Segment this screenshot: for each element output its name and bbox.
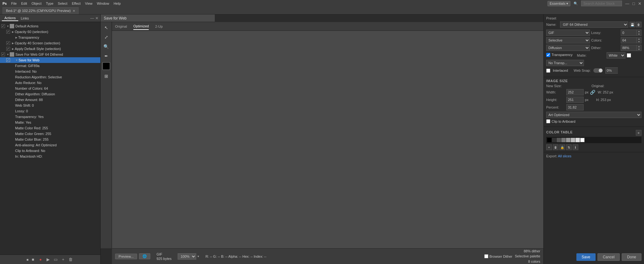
action-checkbox[interactable] bbox=[6, 58, 10, 62]
list-item[interactable]: Dither Amount: 88 bbox=[0, 97, 100, 103]
menu-help[interactable]: Help bbox=[114, 2, 121, 5]
expand-icon[interactable]: ▶ bbox=[11, 47, 15, 51]
expand-icon[interactable]: ▶ bbox=[11, 41, 15, 45]
action-checkbox[interactable] bbox=[6, 47, 10, 51]
colors-up[interactable]: ▲ bbox=[637, 37, 641, 40]
tab-optimized[interactable]: Optimized bbox=[133, 23, 149, 30]
color-swatch[interactable] bbox=[566, 138, 570, 142]
list-item[interactable]: Clip to Artboard: No bbox=[0, 148, 100, 154]
zoom-tool[interactable]: 🔍 bbox=[102, 42, 111, 51]
transparency-checkbox[interactable] bbox=[546, 53, 550, 57]
menu-select[interactable]: Select bbox=[58, 2, 68, 5]
list-item[interactable]: Format: GIF89a bbox=[0, 63, 100, 69]
essentials-dropdown[interactable]: Essentials ▾ bbox=[547, 1, 570, 6]
preset-select[interactable]: GIF 64 Dithered bbox=[560, 21, 628, 28]
search-input[interactable] bbox=[581, 1, 622, 6]
colors-down[interactable]: ▼ bbox=[637, 40, 641, 43]
expand-icon[interactable]: ▼ bbox=[6, 53, 10, 56]
color-swatch[interactable] bbox=[547, 138, 552, 142]
list-item[interactable]: Reduction Algorithm: Selective bbox=[0, 74, 100, 80]
file-tab[interactable]: Bed-1* @ 102.22% (CMYK/GPU Preview) ✕ bbox=[3, 7, 79, 14]
action-checkbox[interactable] bbox=[6, 41, 10, 45]
transform-tool[interactable]: ⤢ bbox=[102, 33, 111, 42]
list-item[interactable]: ▼ Default Actions bbox=[0, 23, 100, 29]
save-button[interactable]: Save bbox=[576, 253, 596, 261]
list-item[interactable]: ▶ Apply Default Style (selection) bbox=[0, 46, 100, 52]
minimize-icon[interactable]: — bbox=[625, 1, 629, 6]
color-table-options[interactable]: ≡ bbox=[636, 130, 641, 136]
list-item[interactable]: Web Shift: 0 bbox=[0, 103, 100, 108]
dither-up[interactable]: ▲ bbox=[637, 45, 641, 48]
list-item[interactable]: In: Macintosh HD: bbox=[0, 154, 100, 159]
matte-color-swatch[interactable] bbox=[627, 53, 631, 58]
eyedropper-tool[interactable]: ✒ bbox=[102, 52, 111, 60]
menu-window[interactable]: Window bbox=[97, 2, 109, 5]
record-button[interactable]: ● bbox=[37, 256, 44, 263]
color-swatch[interactable] bbox=[561, 138, 566, 142]
menu-view[interactable]: View bbox=[85, 2, 92, 5]
add-color-button[interactable]: + bbox=[546, 144, 552, 150]
preset-save-button[interactable]: 💾 bbox=[630, 22, 635, 27]
list-item[interactable]: Lossy: 0 bbox=[0, 108, 100, 114]
list-item[interactable]: Number of Colors: 64 bbox=[0, 86, 100, 91]
color-swatch[interactable] bbox=[580, 138, 585, 142]
tab-links[interactable]: Links bbox=[18, 16, 31, 21]
tab-original[interactable]: Original bbox=[115, 23, 127, 30]
stop-button[interactable]: ■ bbox=[30, 256, 36, 263]
web-snap-toggle[interactable] bbox=[593, 68, 603, 73]
new-action-button[interactable]: + bbox=[60, 256, 66, 263]
folder-button[interactable]: ▭ bbox=[53, 256, 59, 263]
dither-select[interactable]: Diffusion Pattern Noise bbox=[546, 45, 590, 51]
browser-dither-checkbox[interactable] bbox=[484, 254, 488, 258]
color-info-button[interactable]: ℹ bbox=[573, 144, 578, 150]
action-checkbox[interactable] bbox=[6, 30, 10, 34]
list-item[interactable]: Anti-aliasing: Art Optimized bbox=[0, 142, 100, 148]
slice-tool[interactable]: ⊞ bbox=[102, 72, 111, 81]
expand-icon[interactable]: ▶ bbox=[14, 36, 18, 39]
browser-icon-button[interactable]: 🌐 bbox=[139, 253, 150, 259]
list-item[interactable]: Auto Reduce: No bbox=[0, 80, 100, 86]
menu-file[interactable]: File bbox=[11, 2, 17, 5]
lossy-input[interactable] bbox=[621, 30, 636, 36]
dither-input[interactable] bbox=[621, 45, 636, 51]
preview-button[interactable]: Preview... bbox=[115, 254, 137, 259]
reduction-select[interactable]: Selective Perceptual Adaptive bbox=[546, 37, 590, 43]
file-tab-close[interactable]: ✕ bbox=[73, 9, 75, 13]
tab-actions[interactable]: Actions bbox=[2, 15, 18, 21]
color-swatch[interactable] bbox=[557, 138, 561, 142]
list-item[interactable]: Matte Color Blue: 255 bbox=[0, 137, 100, 142]
panel-minimize-icon[interactable]: — bbox=[90, 16, 94, 20]
menu-type[interactable]: Type bbox=[46, 2, 53, 5]
maximize-icon[interactable]: □ bbox=[632, 1, 635, 6]
panel-close-icon[interactable]: ✕ bbox=[95, 16, 98, 20]
shift-web-button[interactable]: ⇅ bbox=[566, 144, 572, 150]
art-optimized-select[interactable]: Art Optimized bbox=[546, 112, 641, 118]
menu-edit[interactable]: Edit bbox=[21, 2, 27, 5]
tab-2up[interactable]: 2-Up bbox=[155, 23, 163, 30]
list-item[interactable]: Matte Color Green: 255 bbox=[0, 131, 100, 137]
matte-select[interactable]: White Black None bbox=[607, 52, 625, 59]
list-item[interactable]: ▼ Save for Web bbox=[0, 57, 100, 63]
menu-effect[interactable]: Effect bbox=[72, 2, 80, 5]
lossy-down[interactable]: ▼ bbox=[637, 33, 641, 36]
interlaced-checkbox[interactable] bbox=[546, 69, 550, 73]
color-swatch[interactable] bbox=[571, 138, 575, 142]
link-icon[interactable]: 🔗 bbox=[590, 90, 595, 95]
colors-input[interactable] bbox=[621, 37, 636, 43]
format-select[interactable]: GIF PNG JPEG bbox=[546, 30, 590, 36]
cancel-button[interactable]: Cancel bbox=[597, 253, 620, 261]
list-item[interactable]: ▼ Save For Web GIF 64 Dithered bbox=[0, 52, 100, 57]
zoom-select[interactable]: 100% 50% 200% bbox=[178, 253, 196, 260]
lossy-up[interactable]: ▲ bbox=[637, 30, 641, 33]
list-item[interactable]: Dither Algorithm: Diffusion bbox=[0, 91, 100, 97]
dither-down[interactable]: ▼ bbox=[637, 48, 641, 51]
expand-icon[interactable]: ▼ bbox=[6, 24, 10, 28]
color-swatch-black[interactable] bbox=[103, 62, 110, 70]
clip-artboard-checkbox[interactable] bbox=[546, 119, 550, 123]
list-item[interactable]: Matte: Yes bbox=[0, 120, 100, 125]
done-button[interactable]: Done bbox=[622, 253, 641, 261]
close-icon[interactable]: ✕ bbox=[638, 1, 641, 6]
list-item[interactable]: ▶ Opacity 60 (selection) bbox=[0, 29, 100, 35]
no-transparency-select[interactable]: No Transp... bbox=[546, 60, 584, 66]
select-tool[interactable]: ↖ bbox=[102, 23, 111, 32]
